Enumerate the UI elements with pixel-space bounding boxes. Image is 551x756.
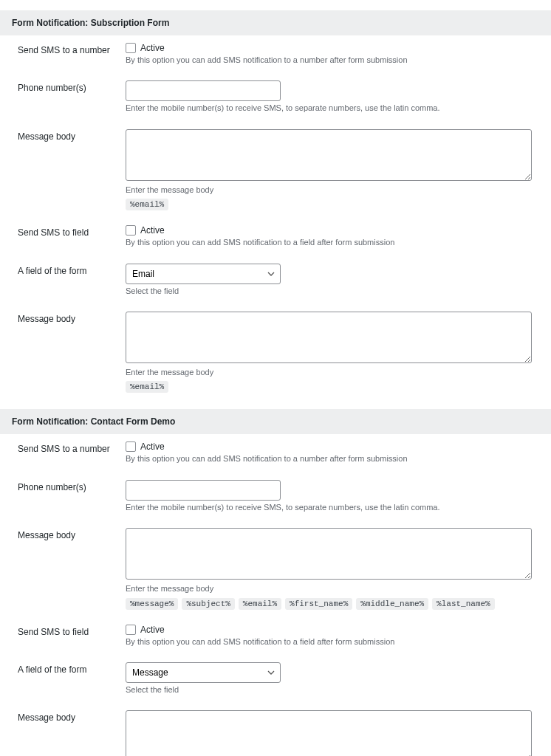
- section-header: Form Notification: Contact Form Demo: [0, 409, 551, 434]
- tags-row: %email%: [126, 199, 532, 210]
- sms-field-active-checkbox[interactable]: [126, 225, 136, 236]
- section-header: Form Notification: Subscription Form: [0, 10, 551, 35]
- tag[interactable]: %first_name%: [285, 598, 352, 610]
- phone-help: Enter the mobile number(s) to receive SM…: [126, 103, 532, 114]
- field-label: A field of the form: [0, 662, 126, 675]
- tag[interactable]: %subject%: [182, 598, 234, 610]
- tags-row: %message%%subject%%email%%first_name%%mi…: [126, 598, 532, 610]
- phone-input[interactable]: [126, 480, 281, 501]
- message-body-label: Message body: [0, 312, 126, 324]
- sms-field-active-checkbox[interactable]: [126, 625, 136, 635]
- active-label: Active: [140, 441, 165, 452]
- tag[interactable]: %message%: [126, 598, 178, 610]
- tag[interactable]: %email%: [126, 199, 168, 210]
- sms-number-label: Send SMS to a number: [0, 43, 126, 55]
- phone-label: Phone number(s): [0, 80, 126, 93]
- phone-label: Phone number(s): [0, 480, 126, 492]
- tag[interactable]: %email%: [126, 381, 168, 393]
- sms-number-help: By this option you can add SMS notificat…: [126, 453, 532, 464]
- message-body-label: Message body: [0, 710, 126, 723]
- sms-number-help: By this option you can add SMS notificat…: [126, 55, 532, 66]
- active-label: Active: [140, 43, 165, 53]
- active-label: Active: [140, 625, 165, 635]
- field-help: Select the field: [126, 286, 532, 297]
- message-body-help: Enter the message body: [126, 583, 532, 594]
- message-body-label: Message body: [0, 528, 126, 540]
- message-body-help: Enter the message body: [126, 185, 532, 196]
- field-help: Select the field: [126, 684, 532, 695]
- field-label: A field of the form: [0, 264, 126, 276]
- tag[interactable]: %middle_name%: [356, 598, 428, 610]
- message-body-textarea[interactable]: [126, 528, 532, 580]
- phone-input[interactable]: [126, 80, 281, 101]
- sms-field-label: Send SMS to field: [0, 625, 126, 637]
- phone-help: Enter the mobile number(s) to receive SM…: [126, 502, 532, 513]
- tags-row: %email%: [126, 381, 532, 393]
- field-select[interactable]: Email: [126, 264, 281, 284]
- message-body-textarea[interactable]: [126, 710, 532, 756]
- message-body-help: Enter the message body: [126, 367, 532, 378]
- active-label: Active: [140, 225, 165, 236]
- tag[interactable]: %last_name%: [432, 598, 495, 610]
- message-body-textarea[interactable]: [126, 129, 532, 181]
- tag[interactable]: %email%: [239, 598, 281, 610]
- field-select[interactable]: Message: [126, 662, 281, 683]
- sms-number-label: Send SMS to a number: [0, 441, 126, 454]
- sms-field-label: Send SMS to field: [0, 225, 126, 238]
- message-body-textarea[interactable]: [126, 312, 532, 363]
- sms-field-help: By this option you can add SMS notificat…: [126, 636, 532, 647]
- sms-number-active-checkbox[interactable]: [126, 43, 136, 53]
- sms-number-active-checkbox[interactable]: [126, 441, 136, 452]
- sms-field-help: By this option you can add SMS notificat…: [126, 237, 532, 248]
- message-body-label: Message body: [0, 129, 126, 142]
